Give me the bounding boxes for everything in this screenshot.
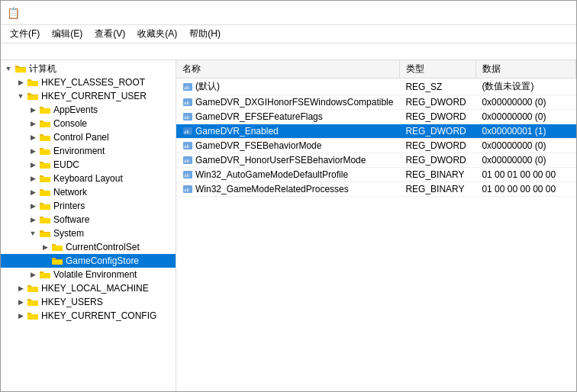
expand-icon-classes-root[interactable] bbox=[15, 76, 27, 88]
tree-label-current-user: HKEY_CURRENT_USER bbox=[41, 91, 147, 101]
menu-item-帮助(H)[interactable]: 帮助(H) bbox=[183, 26, 227, 42]
table-header-row: 名称 类型 数据 bbox=[176, 60, 576, 79]
tree-item-system[interactable]: System bbox=[1, 227, 176, 240]
table-row[interactable]: abGameDVR_FSEBehaviorModeREG_DWORD0x0000… bbox=[176, 139, 576, 153]
expand-icon-computer[interactable] bbox=[2, 63, 15, 75]
folder-icon-computer bbox=[15, 63, 27, 74]
tree-item-users[interactable]: HKEY_USERS bbox=[1, 295, 176, 309]
expand-icon-current-config[interactable] bbox=[15, 310, 27, 322]
close-button[interactable] bbox=[535, 4, 570, 22]
folder-icon-printers bbox=[39, 201, 51, 211]
menu-item-文件(F)[interactable]: 文件(F) bbox=[4, 26, 46, 42]
tree-item-environment[interactable]: Environment bbox=[1, 144, 176, 158]
table-row[interactable]: abGameDVR_EnabledREG_DWORD0x00000001 (1) bbox=[176, 124, 576, 139]
expand-icon-network[interactable] bbox=[27, 186, 39, 198]
table-row[interactable]: abWin32_GameModeRelatedProcessesREG_BINA… bbox=[176, 182, 576, 197]
table-row[interactable]: abGameDVR_HonorUserFSEBehaviorModeREG_DW… bbox=[176, 153, 576, 168]
cell-name-2: abGameDVR_EFSEFeatureFlags bbox=[176, 110, 399, 124]
tree-label-volatile-environment: Volatile Environment bbox=[53, 269, 137, 280]
folder-icon-keyboard-layout bbox=[39, 173, 51, 184]
expand-icon-environment[interactable] bbox=[27, 145, 39, 157]
tree-item-console[interactable]: Console bbox=[1, 117, 176, 130]
reg-name-label: Win32_AutoGameModeDefaultProfile bbox=[195, 169, 348, 180]
folder-icon-gameconfigstore bbox=[51, 255, 63, 266]
cell-data-0: (数值未设置) bbox=[475, 79, 575, 95]
tree-item-software[interactable]: Software bbox=[1, 213, 176, 227]
expand-icon-currentcontrolset[interactable] bbox=[39, 241, 51, 253]
cell-name-0: ab(默认) bbox=[176, 79, 399, 95]
tree-label-system: System bbox=[53, 228, 84, 239]
expand-icon-control-panel[interactable] bbox=[27, 131, 39, 143]
cell-name-5: abGameDVR_HonorUserFSEBehaviorMode bbox=[176, 153, 399, 168]
cell-data-3: 0x00000001 (1) bbox=[475, 124, 575, 139]
expand-icon-eudc[interactable] bbox=[27, 159, 39, 171]
tree-label-appevents: AppEvents bbox=[53, 104, 98, 115]
maximize-button[interactable] bbox=[500, 4, 535, 22]
folder-icon-system bbox=[39, 228, 51, 239]
expand-icon-printers[interactable] bbox=[27, 200, 39, 212]
expand-icon-users[interactable] bbox=[15, 296, 27, 308]
folder-icon-network bbox=[39, 187, 51, 198]
tree-label-keyboard-layout: Keyboard Layout bbox=[53, 173, 123, 184]
tree-item-printers[interactable]: Printers bbox=[1, 199, 176, 213]
expand-icon-keyboard-layout[interactable] bbox=[27, 172, 39, 185]
tree-item-classes-root[interactable]: HKEY_CLASSES_ROOT bbox=[1, 76, 176, 89]
tree-label-environment: Environment bbox=[53, 146, 105, 156]
tree-label-local-machine: HKEY_LOCAL_MACHINE bbox=[41, 283, 149, 294]
tree-item-current-user[interactable]: HKEY_CURRENT_USER bbox=[1, 89, 176, 103]
tree-item-network[interactable]: Network bbox=[1, 185, 176, 199]
tree-item-control-panel[interactable]: Control Panel bbox=[1, 130, 176, 144]
expand-icon-volatile-environment[interactable] bbox=[27, 268, 39, 281]
reg-value-icon: ab bbox=[182, 155, 193, 165]
minimize-button[interactable] bbox=[465, 4, 500, 22]
tree-item-currentcontrolset[interactable]: CurrentControlSet bbox=[1, 240, 176, 254]
expand-icon-current-user[interactable] bbox=[15, 90, 27, 102]
tree-item-appevents[interactable]: AppEvents bbox=[1, 103, 176, 117]
expand-icon-local-machine[interactable] bbox=[15, 282, 27, 294]
app-icon: 📋 bbox=[7, 7, 19, 19]
tree-item-volatile-environment[interactable]: Volatile Environment bbox=[1, 268, 176, 281]
tree-label-current-config: HKEY_CURRENT_CONFIG bbox=[41, 310, 156, 321]
cell-type-6: REG_BINARY bbox=[399, 168, 475, 182]
folder-icon-current-config bbox=[27, 310, 39, 321]
menu-item-编辑(E)[interactable]: 编辑(E) bbox=[46, 26, 89, 42]
tree-label-eudc: EUDC bbox=[53, 159, 79, 170]
menu-item-查看(V)[interactable]: 查看(V) bbox=[89, 26, 131, 42]
expand-icon-system[interactable] bbox=[27, 227, 39, 239]
reg-value-icon: ab bbox=[182, 82, 193, 92]
tree-item-gameconfigstore[interactable]: GameConfigStore bbox=[1, 254, 176, 268]
reg-name-label: GameDVR_DXGIHonorFSEWindowsCompatible bbox=[195, 97, 393, 108]
title-bar: 📋 bbox=[1, 1, 576, 25]
table-row[interactable]: abGameDVR_EFSEFeatureFlagsREG_DWORD0x000… bbox=[176, 110, 576, 124]
cell-data-2: 0x00000000 (0) bbox=[475, 110, 575, 124]
folder-icon-eudc bbox=[39, 159, 51, 170]
tree-panel[interactable]: 计算机HKEY_CLASSES_ROOTHKEY_CURRENT_USERApp… bbox=[1, 60, 176, 391]
main-content: 计算机HKEY_CLASSES_ROOTHKEY_CURRENT_USERApp… bbox=[1, 60, 576, 391]
tree-item-current-config[interactable]: HKEY_CURRENT_CONFIG bbox=[1, 309, 176, 323]
folder-icon-currentcontrolset bbox=[51, 242, 63, 252]
tree-item-local-machine[interactable]: HKEY_LOCAL_MACHINE bbox=[1, 281, 176, 295]
tree-label-console: Console bbox=[53, 118, 87, 129]
table-row[interactable]: ab(默认)REG_SZ(数值未设置) bbox=[176, 79, 576, 95]
reg-value-icon: ab bbox=[182, 126, 193, 137]
folder-icon-classes-root bbox=[27, 77, 39, 88]
table-row[interactable]: abGameDVR_DXGIHonorFSEWindowsCompatibleR… bbox=[176, 95, 576, 110]
folder-icon-users bbox=[27, 297, 39, 307]
cell-type-2: REG_DWORD bbox=[399, 110, 475, 124]
cell-name-7: abWin32_GameModeRelatedProcesses bbox=[176, 182, 399, 197]
expand-icon-console[interactable] bbox=[27, 117, 39, 130]
expand-icon-appevents[interactable] bbox=[27, 104, 39, 116]
title-bar-left: 📋 bbox=[7, 7, 24, 19]
tree-item-eudc[interactable]: EUDC bbox=[1, 158, 176, 172]
table-row[interactable]: abWin32_AutoGameModeDefaultProfileREG_BI… bbox=[176, 168, 576, 182]
table-panel[interactable]: 名称 类型 数据 ab(默认)REG_SZ(数值未设置)abGameDVR_DX… bbox=[176, 60, 576, 391]
tree-item-computer[interactable]: 计算机 bbox=[1, 62, 176, 76]
tree-item-keyboard-layout[interactable]: Keyboard Layout bbox=[1, 172, 176, 185]
col-name: 名称 bbox=[176, 60, 399, 79]
svg-text:ab: ab bbox=[184, 187, 190, 192]
address-bar[interactable] bbox=[1, 43, 576, 60]
expand-icon-software[interactable] bbox=[27, 214, 39, 226]
menu-item-收藏夹(A)[interactable]: 收藏夹(A) bbox=[131, 26, 183, 42]
folder-icon-software bbox=[39, 214, 51, 225]
cell-data-6: 01 00 01 00 00 00 bbox=[475, 168, 575, 182]
